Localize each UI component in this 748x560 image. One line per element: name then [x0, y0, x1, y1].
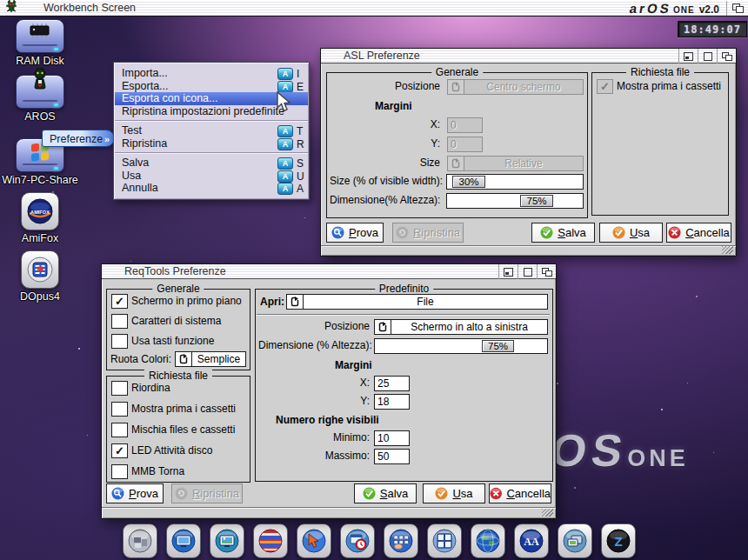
- posizione-cycle[interactable]: Schermo in alto a sinistra: [374, 319, 548, 335]
- led-attivita-checkbox[interactable]: [111, 443, 128, 458]
- prova-button[interactable]: Prova: [326, 223, 384, 243]
- mmb-torna-checkbox[interactable]: [111, 464, 128, 479]
- cycle-value: Relative: [464, 157, 583, 170]
- caratteri-sistema-checkbox[interactable]: [111, 314, 128, 329]
- cycle-value: Centro schermo: [464, 80, 583, 94]
- minimo-field[interactable]: 10: [374, 430, 410, 446]
- cycle-icon: [287, 295, 304, 309]
- drive-led: [54, 48, 58, 50]
- massimo-field[interactable]: 50: [374, 449, 410, 464]
- menu-item-usa[interactable]: Usa AU: [115, 170, 308, 183]
- width-percent-slider[interactable]: 30%: [446, 174, 584, 190]
- preferenze-menu: Importa... AI Esporta... AE Esporta con …: [113, 62, 310, 200]
- margini-label: Margini: [335, 358, 372, 373]
- dock-icon-screenmode[interactable]: [166, 523, 201, 558]
- y-field[interactable]: 18: [374, 394, 410, 410]
- menu-item-annulla[interactable]: Annulla AA: [115, 182, 308, 195]
- slider-knob[interactable]: 75%: [482, 340, 514, 352]
- menu-item-importa[interactable]: Importa... AI: [115, 67, 308, 80]
- mostra-cassetti-label: Mostra prima i cassetti: [131, 402, 236, 417]
- dock-icon-network[interactable]: [471, 523, 505, 558]
- desktop-icon-dopus4[interactable]: DOpus4: [2, 250, 78, 303]
- slider-knob[interactable]: 75%: [520, 195, 553, 207]
- dock-icon-pointer[interactable]: [297, 523, 331, 558]
- zoom-gadget[interactable]: [698, 49, 717, 63]
- asl-window-titlebar[interactable]: ASL Preferenze: [321, 49, 736, 63]
- reqtools-window-titlebar[interactable]: ReqTools Preferenze: [102, 264, 556, 279]
- minimo-label: Minimo:: [302, 430, 370, 445]
- dimensione-label: Dimensione (% Altezza):: [258, 338, 370, 353]
- menu-item-test[interactable]: Test AT: [115, 124, 308, 137]
- x-field[interactable]: 25: [374, 376, 410, 391]
- salva-button[interactable]: Salva: [354, 483, 417, 503]
- height-percent-label: Dimensione(% Altezza):: [330, 193, 440, 208]
- desktop-icon-aros[interactable]: AROS: [2, 75, 78, 123]
- x-red-icon: [668, 226, 681, 239]
- height-percent-slider[interactable]: 75%: [446, 193, 584, 209]
- refresh-icon: [396, 226, 409, 239]
- posizione-label: Posizione: [284, 319, 370, 334]
- iconify-gadget[interactable]: [678, 49, 698, 63]
- refresh-icon: [175, 487, 188, 500]
- depth-gadget[interactable]: [537, 264, 556, 279]
- dopus4-icon: [21, 250, 59, 289]
- icon-label: RAM Disk: [2, 55, 78, 67]
- amiga-key-icon: A: [277, 125, 293, 137]
- apri-cycle[interactable]: File: [286, 294, 548, 310]
- slider-knob[interactable]: 30%: [452, 176, 485, 188]
- dock-icon-boot[interactable]: [253, 523, 288, 558]
- svg-text:Z: Z: [614, 534, 622, 549]
- schermo-primo-piano-checkbox[interactable]: [111, 294, 128, 309]
- menu-separator: [115, 120, 308, 122]
- cancella-button[interactable]: Cancella: [666, 223, 731, 243]
- x-label: X:: [399, 117, 440, 132]
- depth-gadget[interactable]: [717, 49, 736, 63]
- menu-item-salva[interactable]: Salva AS: [115, 157, 308, 170]
- screen-title: Workbench Screen: [43, 2, 136, 14]
- menu-item-ripristina[interactable]: Ripristina AR: [115, 137, 308, 150]
- cancella-button[interactable]: Cancella: [489, 483, 551, 503]
- prova-button[interactable]: Prova: [106, 483, 164, 503]
- window-bottom-border: [321, 245, 736, 256]
- dock-icon-time[interactable]: [340, 523, 375, 558]
- mostra-cassetti-checkbox[interactable]: [597, 79, 613, 94]
- ruota-colori-cycle[interactable]: Semplice: [175, 351, 246, 367]
- mostra-cassetti-checkbox[interactable]: [111, 402, 128, 417]
- usa-tasti-funzione-checkbox[interactable]: [111, 334, 128, 349]
- dock-icon-zune[interactable]: Z: [601, 523, 636, 558]
- asl-preferenze-window: ASL Preferenze Generale Posizione Centro…: [320, 48, 737, 257]
- mischia-files-checkbox[interactable]: [111, 423, 128, 437]
- menu-item-esporta[interactable]: Esporta... AE: [115, 80, 308, 93]
- zoom-gadget[interactable]: [518, 264, 537, 279]
- x-red-icon: [490, 487, 502, 500]
- amiga-key-icon: A: [277, 170, 293, 183]
- y-label: Y:: [399, 137, 440, 151]
- salva-button[interactable]: Salva: [531, 223, 595, 243]
- drive-led: [54, 103, 58, 106]
- iconify-gadget[interactable]: [498, 264, 518, 279]
- desktop-icon-ram-disk[interactable]: RAM Disk: [2, 19, 78, 67]
- screen-depth-gadget[interactable]: [726, 1, 748, 16]
- desktop-icon-amifox[interactable]: AMIFOX AmiFox: [2, 192, 78, 244]
- dock-icon-gui[interactable]: [427, 523, 462, 558]
- svg-text:AMIFOX: AMIFOX: [30, 210, 50, 215]
- riordina-checkbox[interactable]: [111, 381, 128, 396]
- dock-icon-wallpaper[interactable]: [210, 523, 244, 558]
- dock-icon-workbench-prefs[interactable]: [123, 523, 157, 558]
- dock: AA Z: [123, 523, 636, 558]
- screen-titlebar[interactable]: Workbench Screen arOS one v2.0: [0, 0, 748, 17]
- dimensione-slider[interactable]: 75%: [374, 338, 548, 354]
- resize-grip[interactable]: [542, 509, 553, 517]
- dock-icon-screens[interactable]: [558, 523, 592, 558]
- x-field: 0: [447, 117, 483, 133]
- resize-grip[interactable]: [722, 246, 733, 254]
- cycle-value: Semplice: [192, 352, 245, 366]
- menu-title-preferenze[interactable]: Preferenze »: [42, 130, 115, 147]
- usa-button[interactable]: Usa: [423, 483, 485, 503]
- mouse-cursor: [276, 91, 291, 117]
- usa-button[interactable]: Usa: [599, 223, 663, 243]
- dock-icon-input[interactable]: [384, 523, 418, 558]
- dock-icon-fonts[interactable]: AA: [514, 523, 549, 558]
- check-green-icon: [363, 487, 376, 500]
- cycle-value: Schermo in alto a sinistra: [391, 320, 547, 334]
